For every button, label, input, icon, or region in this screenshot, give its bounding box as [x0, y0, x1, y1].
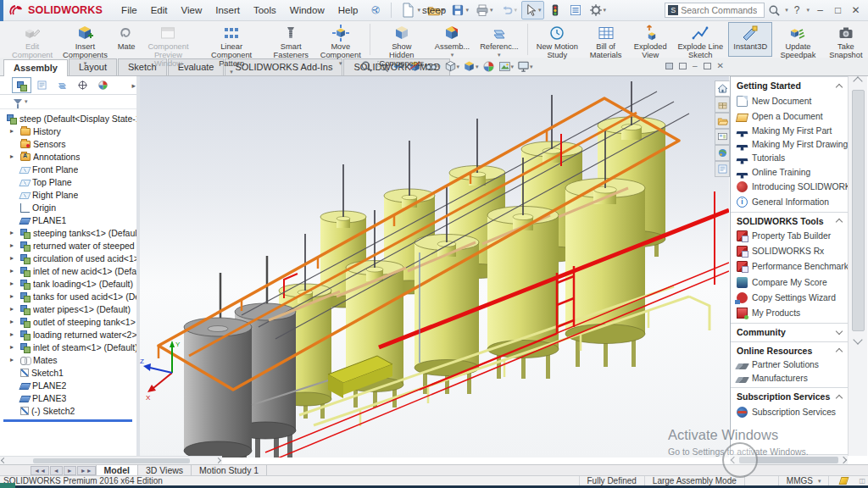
tree-item-top-plane[interactable]: Top Plane — [0, 175, 139, 188]
tree-item-annotations[interactable]: ▸Annotations — [0, 150, 139, 163]
select-button[interactable]: ▾ — [521, 1, 544, 19]
scroll-right-icon[interactable] — [840, 457, 847, 463]
doc-maximize-icon[interactable] — [704, 63, 711, 69]
link-new-document[interactable]: New Document — [731, 93, 848, 108]
tree-item-plane2[interactable]: PLANE2 — [0, 379, 139, 391]
units-selector[interactable]: MMGS▾ — [778, 476, 829, 485]
last-tab-icon[interactable]: ►► — [77, 466, 96, 475]
tab-assembly[interactable]: Assembly — [3, 59, 68, 76]
scroll-left-icon[interactable] — [731, 457, 737, 463]
section-header[interactable]: Community — [731, 324, 848, 340]
scrollbar-thumb[interactable] — [852, 90, 865, 331]
link-open-a-document[interactable]: Open a Document — [731, 108, 848, 124]
expander-icon[interactable]: ▸ — [10, 343, 17, 351]
link-making-my-first-drawing[interactable]: Making My First Drawing — [731, 138, 848, 152]
filter-dropdown-icon[interactable]: ▾ — [25, 98, 28, 105]
doc-window-icon[interactable] — [679, 63, 687, 69]
ribbon-assembly-features[interactable]: Assemb...▾ — [430, 22, 475, 57]
search-dropdown-icon[interactable]: ▾ — [785, 7, 788, 14]
previous-tab-icon[interactable]: ◄ — [50, 466, 63, 475]
scroll-down-icon[interactable] — [853, 335, 862, 344]
ribbon-move-component[interactable]: Move Component▾ — [315, 22, 366, 57]
link-introducing-solidworks[interactable]: Introducing SOLIDWORKS — [731, 179, 848, 194]
new-document-button[interactable]: ▾ — [397, 0, 423, 22]
search-scope-icon[interactable]: S — [668, 5, 678, 15]
expander-icon[interactable]: ▸ — [10, 254, 17, 262]
tree-item-circulation-acid[interactable]: ▸circulation of used acid<1> (Defa — [0, 252, 139, 264]
tree-item-mates[interactable]: ▸Mates — [0, 353, 139, 366]
scrollbar-thumb[interactable] — [739, 457, 838, 463]
menu-window[interactable]: Window — [283, 3, 331, 18]
tree-root[interactable]: steep (Default<Display State-1>) — [0, 112, 139, 125]
rebuild-button[interactable] — [546, 1, 565, 19]
section-header[interactable]: Online Resources — [731, 342, 848, 358]
tab-layout[interactable]: Layout — [69, 58, 117, 75]
link-online-training[interactable]: Online Training — [731, 165, 848, 179]
link-subscription-services[interactable]: Subscription Services — [731, 404, 848, 419]
hide-show-items-button[interactable]: ▾ — [424, 59, 442, 74]
scrollbar-thumb[interactable] — [33, 458, 190, 463]
expander-icon[interactable]: ▸ — [10, 356, 17, 363]
expander-icon[interactable]: ▸ — [10, 152, 17, 160]
tag-button[interactable] — [828, 476, 859, 485]
ribbon-bill-of-materials[interactable]: Bill of Materials — [583, 22, 628, 57]
tree-item-outlet-steeping-tank[interactable]: ▸outlet of steeping tank<1> (Defa — [0, 315, 139, 328]
expander-icon[interactable]: ▸ — [10, 305, 17, 313]
ribbon-linear-component-pattern[interactable]: Linear Component Pattern▾ — [196, 22, 266, 57]
tree-item-sensors[interactable]: Sensors — [0, 137, 139, 150]
tree-item-steeping-tanks[interactable]: ▸steeping tanks<1> (Default) — [0, 226, 139, 239]
section-header[interactable]: Getting Started — [731, 77, 848, 93]
tree-item-front-plane[interactable]: Front Plane — [0, 163, 139, 175]
tab-file-explorer[interactable] — [715, 113, 730, 129]
tab-appearances-scenes[interactable] — [715, 145, 730, 161]
tree-item-returned-water[interactable]: ▸returned water of steeped corn<1 — [0, 239, 139, 252]
scroll-left-icon[interactable] — [1, 458, 7, 463]
doc-minimize-icon[interactable]: – — [693, 61, 698, 70]
link-making-my-first-part[interactable]: Making My First Part — [731, 124, 848, 137]
search-icon[interactable] — [768, 4, 781, 17]
tab-design-library[interactable] — [715, 97, 730, 113]
tree-item-origin[interactable]: Origin — [0, 201, 139, 214]
panel-tabs-overflow-icon[interactable]: ▸ — [131, 81, 136, 90]
tree-item-plane3[interactable]: PLANE3 — [0, 391, 139, 404]
tab-3d-views[interactable]: 3D Views — [138, 465, 192, 475]
view-orientation-button[interactable]: ▾ — [443, 59, 461, 74]
3d-viewport-canvas[interactable]: Y X Z — [140, 76, 729, 458]
tree-item-inlet-of-steam[interactable]: ▸inlet of steam<1> (Default) — [0, 341, 139, 353]
tab-feature-tree[interactable] — [12, 77, 31, 93]
expander-icon[interactable]: ▸ — [10, 267, 17, 274]
tree-item-loading-returned-water[interactable]: ▸loading returned water<2> (Defa — [0, 328, 139, 341]
ribbon-instant3d[interactable]: Instant3D — [728, 22, 772, 57]
expander-icon[interactable]: ▸ — [10, 280, 17, 287]
tree-item-sketch1[interactable]: Sketch1 — [0, 366, 139, 379]
search-commands-box[interactable]: S — [665, 3, 765, 18]
menu-edit[interactable]: Edit — [144, 3, 175, 18]
tree-item-water-pipes[interactable]: ▸water pipes<1> (Default) — [0, 302, 139, 315]
menu-file[interactable]: File — [114, 3, 144, 18]
first-tab-icon[interactable]: ◄◄ — [31, 466, 49, 475]
link-copy-settings-wizard[interactable]: Copy Settings Wizard — [731, 290, 848, 305]
next-tab-icon[interactable]: ► — [64, 466, 76, 475]
tab-dimxpert-manager[interactable] — [73, 77, 92, 93]
link-tutorials[interactable]: Tutorials — [731, 152, 848, 165]
expander-icon[interactable]: ▸ — [10, 330, 17, 338]
ribbon-take-snapshot[interactable]: Take Snapshot — [824, 22, 868, 57]
tree-item-plane1[interactable]: PLANE1 — [0, 214, 139, 226]
help-icon[interactable]: ? — [792, 4, 803, 16]
tab-display-manager[interactable] — [93, 77, 113, 93]
tree-item-inlet-new-acid[interactable]: ▸inlet of new acid<1> (Default) — [0, 264, 139, 277]
tab-solidworks-resources[interactable] — [715, 80, 730, 97]
ribbon-component-preview-window[interactable]: Component Preview Window — [140, 22, 196, 57]
ribbon-reference-geometry[interactable]: Referenc...▾ — [475, 22, 523, 57]
tree-item-right-plane[interactable]: Right Plane — [0, 188, 139, 201]
tab-property-manager[interactable] — [32, 77, 52, 93]
panel-splitter[interactable] — [136, 76, 140, 456]
print-button[interactable]: ▾ — [473, 1, 496, 19]
rollback-bar[interactable] — [3, 419, 132, 422]
tree-item-history[interactable]: ▸History — [0, 125, 139, 137]
tab-configuration-manager[interactable] — [53, 77, 72, 93]
menu-insert[interactable]: Insert — [209, 3, 247, 18]
apply-scene-button[interactable]: ▾ — [498, 59, 515, 74]
tab-model[interactable]: Model — [96, 465, 138, 475]
link-property-tab-builder[interactable]: Property Tab Builder — [731, 229, 848, 244]
